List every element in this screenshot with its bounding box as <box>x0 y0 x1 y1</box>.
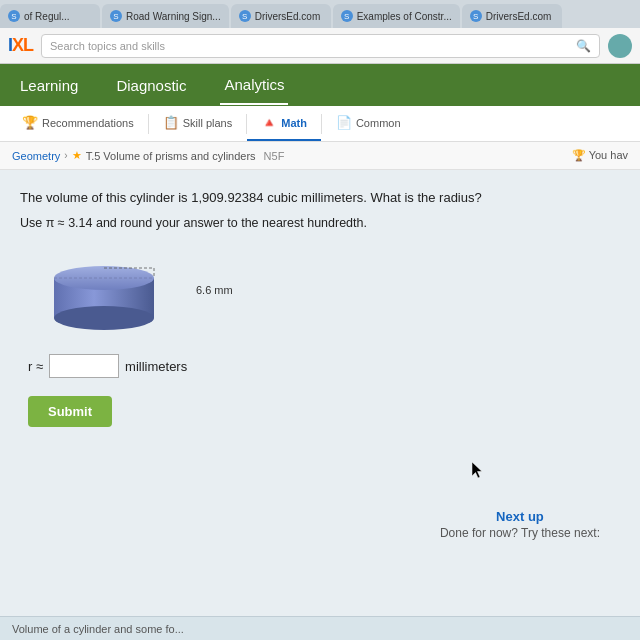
next-up-title: Next up <box>440 509 600 524</box>
bottom-bar-text: Volume of a cylinder and some fo... <box>12 623 184 635</box>
common-icon: 📄 <box>336 115 352 130</box>
tab-label-1: of Regul... <box>24 11 70 22</box>
tab-icon-2: S <box>110 10 122 22</box>
breadcrumb-right: 🏆 You hav <box>572 149 628 162</box>
browser-address-bar: IXL Search topics and skills 🔍 <box>0 28 640 64</box>
answer-row: r ≈ millimeters <box>28 354 620 378</box>
sub-nav-recommendations-label: Recommendations <box>42 117 134 129</box>
breadcrumb-left: Geometry › ★ T.5 Volume of prisms and cy… <box>12 149 284 162</box>
browser-tabs: S of Regul... S Road Warning Sign... S D… <box>0 0 640 28</box>
sub-nav-recommendations[interactable]: 🏆 Recommendations <box>8 106 148 141</box>
answer-input[interactable] <box>49 354 119 378</box>
sub-nav-skill-plans-label: Skill plans <box>183 117 233 129</box>
sub-nav-common[interactable]: 📄 Common <box>322 106 415 141</box>
next-up-subtitle: Done for now? Try these next: <box>440 526 600 540</box>
cylinder-illustration: 6.6 mm <box>44 250 620 330</box>
nav-learning[interactable]: Learning <box>16 67 82 104</box>
tab-label-5: DriversEd.com <box>486 11 552 22</box>
answer-suffix: millimeters <box>125 359 187 374</box>
answer-prefix: r ≈ <box>28 359 43 374</box>
search-icon: 🔍 <box>576 39 591 53</box>
nav-diagnostic[interactable]: Diagnostic <box>112 67 190 104</box>
profile-avatar <box>608 34 632 58</box>
tab-1[interactable]: S of Regul... <box>0 4 100 28</box>
star-icon: ★ <box>72 149 82 162</box>
question-line2: Use π ≈ 3.14 and round your answer to th… <box>20 214 620 233</box>
breadcrumb-geometry[interactable]: Geometry <box>12 150 60 162</box>
tab-3[interactable]: S DriversEd.com <box>231 4 331 28</box>
breadcrumb-right-text: You hav <box>589 149 628 161</box>
tab-4[interactable]: S Examples of Constr... <box>333 4 460 28</box>
ixl-logo: IXL <box>8 35 33 56</box>
breadcrumb: Geometry › ★ T.5 Volume of prisms and cy… <box>0 142 640 170</box>
svg-point-1 <box>54 306 154 330</box>
search-placeholder: Search topics and skills <box>50 40 165 52</box>
tab-icon-3: S <box>239 10 251 22</box>
math-icon: 🔺 <box>261 115 277 130</box>
sub-nav-skill-plans[interactable]: 📋 Skill plans <box>149 106 247 141</box>
trophy-icon: 🏆 <box>572 149 586 161</box>
tab-icon-1: S <box>8 10 20 22</box>
nav-analytics[interactable]: Analytics <box>220 66 288 105</box>
tab-icon-4: S <box>341 10 353 22</box>
main-nav: Learning Diagnostic Analytics <box>0 64 640 106</box>
tab-icon-5: S <box>470 10 482 22</box>
tab-label-3: DriversEd.com <box>255 11 321 22</box>
bottom-bar: Volume of a cylinder and some fo... <box>0 616 640 640</box>
sub-nav-math-label: Math <box>281 117 307 129</box>
breadcrumb-code: N5F <box>264 150 285 162</box>
main-content: The volume of this cylinder is 1,909.923… <box>0 170 640 570</box>
tab-label-2: Road Warning Sign... <box>126 11 221 22</box>
breadcrumb-arrow: › <box>64 150 67 161</box>
sub-nav: 🏆 Recommendations 📋 Skill plans 🔺 Math 📄… <box>0 106 640 142</box>
sub-nav-math[interactable]: 🔺 Math <box>247 106 321 141</box>
submit-button[interactable]: Submit <box>28 396 112 427</box>
cylinder-dimension-label: 6.6 mm <box>196 284 233 296</box>
recommendations-icon: 🏆 <box>22 115 38 130</box>
breadcrumb-skill: T.5 Volume of prisms and cylinders <box>86 150 256 162</box>
question-line1: The volume of this cylinder is 1,909.923… <box>20 188 620 208</box>
skill-plans-icon: 📋 <box>163 115 179 130</box>
tab-label-4: Examples of Constr... <box>357 11 452 22</box>
tab-5[interactable]: S DriversEd.com <box>462 4 562 28</box>
tab-2[interactable]: S Road Warning Sign... <box>102 4 229 28</box>
sub-nav-common-label: Common <box>356 117 401 129</box>
next-up-section: Next up Done for now? Try these next: <box>440 509 600 540</box>
search-bar[interactable]: Search topics and skills 🔍 <box>41 34 600 58</box>
cylinder-svg <box>44 250 184 330</box>
